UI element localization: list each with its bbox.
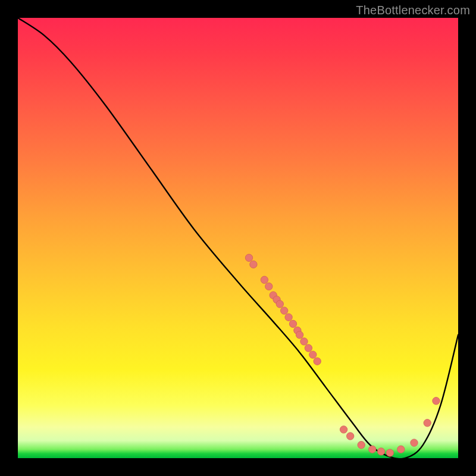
data-marker — [289, 320, 296, 327]
data-marker — [309, 351, 317, 358]
data-marker — [411, 439, 418, 446]
data-marker — [433, 397, 440, 405]
data-marker — [245, 254, 252, 261]
data-marker — [347, 433, 354, 440]
data-marker — [358, 441, 365, 449]
data-marker — [369, 446, 376, 453]
data-marker — [281, 307, 288, 314]
data-marker — [314, 358, 321, 365]
data-marker — [296, 331, 303, 339]
data-marker — [300, 338, 308, 345]
data-marker — [397, 446, 405, 453]
bottleneck-curve — [18, 18, 458, 458]
data-marker — [305, 345, 312, 352]
data-marker — [265, 283, 273, 290]
data-marker — [276, 300, 283, 308]
data-marker — [424, 419, 431, 427]
data-marker — [386, 449, 393, 456]
chart-frame: TheBottlenecker.com — [0, 0, 476, 476]
plot-area — [18, 18, 458, 458]
data-marker — [340, 426, 347, 433]
data-marker — [377, 448, 384, 455]
data-marker — [250, 261, 257, 268]
data-markers — [245, 254, 440, 456]
data-marker — [285, 314, 292, 321]
data-marker — [261, 276, 268, 283]
watermark-label: TheBottlenecker.com — [356, 4, 470, 17]
chart-svg — [18, 18, 458, 458]
